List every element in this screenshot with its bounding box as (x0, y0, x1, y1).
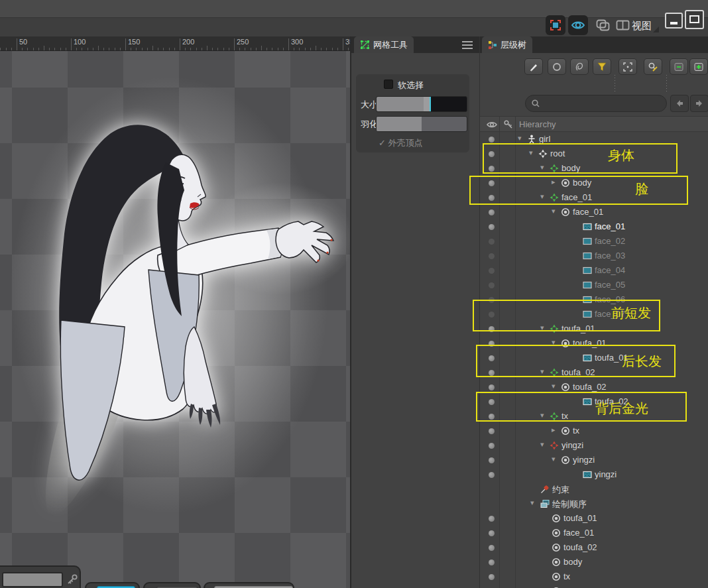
scene-viewport[interactable]: 50100150200250300350 (0, 36, 350, 588)
create-bone-button[interactable] (524, 58, 543, 75)
key-value-input[interactable] (2, 572, 63, 587)
circle-select-button[interactable] (548, 58, 566, 75)
soft-select-checkbox[interactable] (384, 80, 393, 89)
visibility-dot[interactable] (489, 268, 495, 274)
tab-hierarchy-tree[interactable]: 层级树 (482, 36, 532, 53)
tree-row-toufa_01[interactable]: ▾toufa_01 (480, 322, 708, 336)
tree-row-face_01[interactable]: ▾face_01 (480, 205, 708, 219)
tree-row-约束[interactable]: 约束 (480, 482, 708, 497)
expander-open-icon[interactable]: ▾ (530, 499, 534, 507)
timeline-button-3[interactable] (204, 582, 294, 588)
attach-button[interactable] (570, 58, 589, 75)
expander-open-icon[interactable]: ▾ (540, 163, 544, 172)
tree-row-yingzi[interactable]: ▾yingzi (480, 438, 708, 453)
visibility-dot[interactable] (489, 282, 495, 288)
tree-row-face_07[interactable]: face_07 (480, 307, 708, 322)
visibility-dot[interactable] (489, 297, 495, 303)
visibility-dot[interactable] (489, 516, 495, 522)
visibility-dot[interactable] (489, 312, 495, 318)
tree-row-tx[interactable]: ▾tx (480, 409, 708, 424)
visibility-dot[interactable] (489, 472, 495, 478)
tree-row-toufa_01[interactable]: toufa_01 (480, 351, 708, 365)
tree-row-tx[interactable]: tx (480, 569, 708, 584)
visibility-dot[interactable] (489, 137, 495, 143)
visibility-dot[interactable] (489, 166, 495, 172)
filter-button[interactable] (593, 58, 611, 75)
visibility-dot[interactable] (489, 180, 495, 186)
tree-row-face_01[interactable]: face_01 (480, 526, 708, 540)
tree-row-face_06[interactable]: face_06 (480, 292, 708, 307)
search-input[interactable] (525, 95, 667, 112)
tab-mesh-tool[interactable]: 网格工具 (354, 36, 414, 53)
visibility-dot[interactable] (489, 530, 495, 536)
expander-open-icon[interactable]: ▾ (552, 382, 556, 390)
expander-open-icon[interactable]: ▾ (540, 192, 544, 201)
size-slider-handle[interactable] (424, 97, 431, 111)
expander-open-icon[interactable]: ▾ (529, 148, 533, 157)
visibility-dot[interactable] (489, 209, 495, 215)
key-icon[interactable] (66, 573, 78, 585)
visibility-dot[interactable] (489, 384, 495, 390)
focus-selection-button[interactable] (619, 58, 637, 75)
visibility-dot[interactable] (489, 457, 495, 463)
selection-box-button[interactable] (546, 15, 565, 35)
minimize-button[interactable] (665, 13, 683, 29)
next-match-button[interactable] (690, 95, 708, 112)
tree-row-girl[interactable]: ▾girl (480, 132, 708, 147)
visibility-dot[interactable] (489, 574, 495, 580)
ghosting-icon[interactable] (596, 19, 610, 31)
tree-row-face_05[interactable]: face_05 (480, 278, 708, 292)
visibility-dot[interactable] (489, 195, 495, 201)
visibility-dot[interactable] (489, 443, 495, 449)
tree-row-body[interactable]: body (480, 555, 708, 569)
tree-row-toufa_01[interactable]: ▾toufa_01 (480, 336, 708, 351)
expander-open-icon[interactable]: ▾ (540, 367, 544, 376)
collapse-all-button[interactable] (670, 58, 688, 75)
visibility-dot[interactable] (489, 428, 495, 434)
size-slider[interactable] (376, 96, 467, 112)
tree-row-toufa_02[interactable]: ▾toufa_02 (480, 365, 708, 380)
tree-row-body[interactable]: ▸body (480, 176, 708, 190)
expander-open-icon[interactable]: ▾ (552, 455, 556, 463)
tree-row-yingzi[interactable]: yingzi (480, 467, 708, 482)
visibility-dot[interactable] (489, 326, 495, 332)
visibility-dot[interactable] (489, 545, 495, 551)
visibility-dot[interactable] (489, 224, 495, 230)
tree-row-yingzi[interactable]: yingzi (480, 584, 708, 588)
hull-vertices-check[interactable]: ✓ 外壳顶点 (379, 137, 423, 149)
tree-row-root[interactable]: ▾root (480, 147, 708, 161)
expander-closed-icon[interactable]: ▸ (552, 426, 556, 434)
expander-open-icon[interactable]: ▾ (540, 323, 544, 332)
expander-open-icon[interactable]: ▾ (552, 338, 556, 347)
tree-row-face_04[interactable]: face_04 (480, 263, 708, 278)
link-column-key-icon[interactable] (503, 119, 514, 130)
visibility-dot[interactable] (489, 414, 495, 420)
expand-all-button[interactable] (689, 58, 708, 75)
prev-match-button[interactable] (670, 95, 689, 112)
feather-slider[interactable] (376, 116, 467, 132)
expander-open-icon[interactable]: ▾ (518, 134, 522, 143)
timeline-button-2[interactable] (143, 582, 201, 588)
visibility-column-eye-icon[interactable] (486, 120, 498, 129)
expander-closed-icon[interactable]: ▸ (552, 178, 556, 186)
tree-row-toufa_02[interactable]: toufa_02 (480, 394, 708, 409)
split-view-icon[interactable] (616, 20, 630, 30)
tree-row-face_01[interactable]: face_01 (480, 219, 708, 234)
tree-row-body[interactable]: ▾body (480, 161, 708, 176)
timeline-button-1[interactable] (85, 582, 140, 588)
visibility-dot[interactable] (489, 151, 495, 157)
view-menu[interactable]: 视图 (632, 20, 652, 32)
expander-open-icon[interactable]: ▾ (552, 207, 556, 215)
tree-row-绘制顺序[interactable]: ▾绘制顺序 (480, 497, 708, 511)
panel-menu-icon[interactable] (462, 41, 473, 49)
visibility-dot[interactable] (489, 370, 495, 376)
tree-row-yingzi[interactable]: ▾yingzi (480, 453, 708, 467)
tree-row-face_03[interactable]: face_03 (480, 249, 708, 263)
visibility-dot[interactable] (489, 559, 495, 565)
tree-row-face_02[interactable]: face_02 (480, 234, 708, 249)
maximize-button[interactable] (685, 10, 704, 29)
tree-row-toufa_01[interactable]: toufa_01 (480, 511, 708, 526)
visibility-dot[interactable] (489, 239, 495, 245)
tree-row-toufa_02[interactable]: toufa_02 (480, 540, 708, 555)
find-rename-button[interactable] (644, 58, 662, 75)
